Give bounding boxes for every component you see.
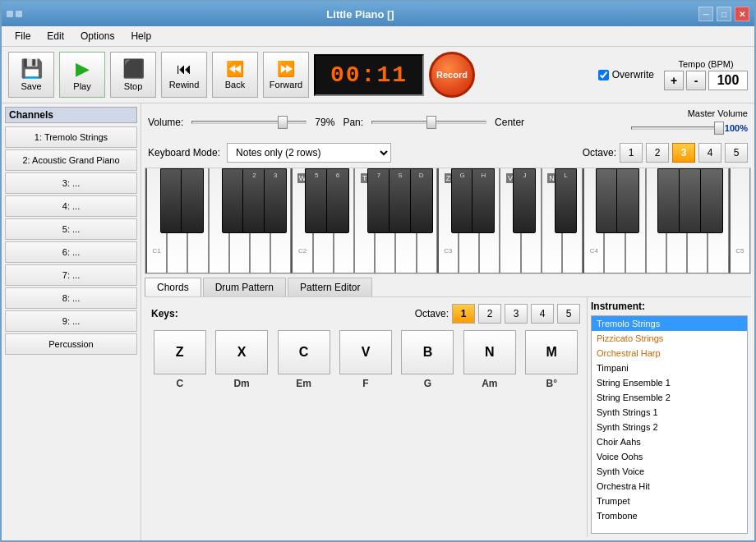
timer-display: 00:11: [314, 54, 424, 96]
rewind-button[interactable]: ⏮ Rewind: [161, 52, 207, 98]
back-button[interactable]: ⏪ Back: [212, 52, 258, 98]
tab-pattern-editor[interactable]: Pattern Editor: [288, 278, 372, 296]
master-volume-value: 100%: [725, 123, 748, 133]
instrument-synth-strings-2[interactable]: Synth Strings 2: [592, 420, 747, 434]
instrument-string-ensemble-1[interactable]: String Ensemble 1: [592, 375, 747, 390]
black-key-cs2[interactable]: 5: [305, 168, 328, 233]
chords-octave-row: Keys: Octave: 1 2 3 4 5: [151, 304, 580, 324]
octave-btn-4[interactable]: 4: [698, 143, 721, 163]
black-key-fs2[interactable]: 7: [367, 168, 390, 233]
chord-label-f: F: [362, 378, 368, 389]
black-key-ds1[interactable]: [181, 168, 204, 233]
black-key-gs4[interactable]: [679, 168, 702, 233]
menu-edit[interactable]: Edit: [39, 28, 72, 44]
master-volume-slider[interactable]: [631, 120, 721, 136]
instrument-synth-voice[interactable]: Synth Voice: [592, 464, 747, 479]
chord-label-bdim: B°: [546, 378, 557, 389]
chord-btn-b[interactable]: B: [401, 330, 454, 374]
tab-drum-pattern[interactable]: Drum Pattern: [203, 278, 286, 296]
channel-percussion[interactable]: Percussion: [5, 333, 137, 355]
stop-button[interactable]: ⬛ Stop: [110, 52, 156, 98]
maximize-button[interactable]: □: [717, 7, 731, 21]
channel-8[interactable]: 8: ...: [5, 287, 137, 309]
channel-9[interactable]: 9: ...: [5, 310, 137, 332]
save-label: Save: [21, 81, 41, 91]
black-key-cs1[interactable]: [160, 168, 183, 233]
forward-button[interactable]: ⏩ Forward: [263, 52, 309, 98]
channel-1[interactable]: 1: Tremolo Strings: [5, 126, 137, 148]
instrument-orchestra-hit[interactable]: Orchestra Hit: [592, 479, 747, 494]
instrument-string-ensemble-2[interactable]: String Ensemble 2: [592, 390, 747, 405]
black-key-fs4[interactable]: [657, 168, 680, 233]
black-key-gs2[interactable]: S: [389, 168, 412, 233]
instrument-harp[interactable]: Orchestral Harp: [592, 346, 747, 361]
minimize-button[interactable]: ─: [698, 7, 713, 21]
chord-btn-x[interactable]: X: [215, 330, 268, 374]
menu-help[interactable]: Help: [122, 28, 159, 44]
channel-6[interactable]: 6: ...: [5, 241, 137, 263]
instrument-list[interactable]: Tremolo Strings Pizzicato Strings Orches…: [591, 315, 748, 534]
instrument-synth-strings-1[interactable]: Synth Strings 1: [592, 405, 747, 420]
close-button[interactable]: ✕: [735, 7, 749, 21]
chord-btn-n[interactable]: N: [463, 330, 516, 374]
instrument-trombone[interactable]: Trombone: [592, 508, 747, 523]
black-key-gs1[interactable]: 2: [242, 168, 265, 233]
chord-octave-2[interactable]: 2: [478, 304, 501, 324]
chord-octave-5[interactable]: 5: [557, 304, 580, 324]
back-icon: ⏪: [226, 60, 244, 78]
tempo-input[interactable]: [708, 71, 748, 90]
instrument-pizzicato[interactable]: Pizzicato Strings: [592, 331, 747, 346]
pan-slider-container[interactable]: [371, 114, 486, 131]
channel-7[interactable]: 7: ...: [5, 264, 137, 286]
black-key-ds3[interactable]: H: [472, 168, 495, 233]
tempo-plus-button[interactable]: +: [664, 71, 684, 90]
black-key-ds2[interactable]: 6: [326, 168, 349, 233]
black-key-fs3[interactable]: J: [513, 168, 536, 233]
overwrite-checkbox[interactable]: [598, 70, 609, 80]
channel-5[interactable]: 5: ...: [5, 218, 137, 240]
instrument-trumpet[interactable]: Trumpet: [592, 494, 747, 508]
toolbar-right: Overwrite Tempo (BPM) + -: [598, 59, 748, 90]
instrument-voice-oohs[interactable]: Voice Oohs: [592, 449, 747, 464]
black-key-as1[interactable]: 3: [264, 168, 287, 233]
tempo-label: Tempo (BPM): [678, 59, 733, 69]
channel-2[interactable]: 2: Acoustic Grand Piano: [5, 149, 137, 171]
channel-4[interactable]: 4: ...: [5, 195, 137, 217]
chord-octave-3[interactable]: 3: [505, 304, 528, 324]
save-button[interactable]: 💾 Save: [8, 52, 54, 98]
chord-label-c: C: [176, 378, 183, 389]
chord-btn-v[interactable]: V: [339, 330, 392, 374]
black-key-as2[interactable]: D: [410, 168, 433, 233]
instrument-timpani[interactable]: Timpani: [592, 361, 747, 375]
chord-btn-m[interactable]: M: [525, 330, 578, 374]
octave-btn-1[interactable]: 1: [620, 143, 643, 163]
black-key-cs3[interactable]: G: [451, 168, 474, 233]
tempo-minus-button[interactable]: -: [686, 71, 706, 90]
sidebar-title: Channels: [5, 107, 137, 123]
instrument-choir-aahs[interactable]: Choir Aahs: [592, 434, 747, 449]
instrument-tremolo-strings[interactable]: Tremolo Strings: [592, 316, 747, 331]
octave-btn-2[interactable]: 2: [646, 143, 669, 163]
octave-btn-3[interactable]: 3: [672, 143, 695, 163]
black-key-as4[interactable]: [700, 168, 723, 233]
keyboard-mode-select[interactable]: Notes only (2 rows): [227, 143, 391, 163]
black-key-cs4[interactable]: [596, 168, 619, 233]
chord-octave-4[interactable]: 4: [531, 304, 554, 324]
channel-3[interactable]: 3: ...: [5, 172, 137, 194]
forward-label: Forward: [270, 80, 302, 90]
black-key-as3[interactable]: L: [555, 168, 578, 233]
chord-octave-1[interactable]: 1: [452, 304, 475, 324]
chord-key-b: B G: [399, 330, 456, 389]
black-key-fs1[interactable]: [222, 168, 245, 233]
chord-btn-z[interactable]: Z: [154, 330, 206, 374]
octave-btn-5[interactable]: 5: [725, 143, 748, 163]
menu-options[interactable]: Options: [72, 28, 122, 44]
volume-slider-container[interactable]: [191, 114, 307, 131]
play-button[interactable]: ▶ Play: [59, 52, 105, 98]
white-key-c5[interactable]: C5: [729, 168, 750, 273]
chord-btn-c[interactable]: C: [278, 330, 330, 374]
tab-chords[interactable]: Chords: [145, 278, 201, 296]
record-button[interactable]: Record: [429, 52, 475, 98]
menu-file[interactable]: File: [7, 28, 39, 44]
black-key-ds4[interactable]: [616, 168, 639, 233]
